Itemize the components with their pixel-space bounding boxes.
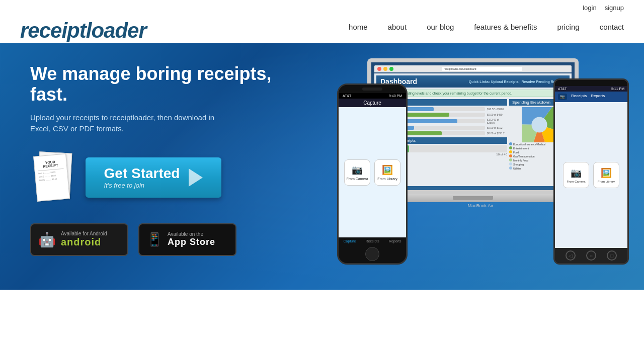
dashboard-quick-links: Quick Links: Upload Receipts | Resolve P…: [469, 80, 566, 83]
app-badges: 🤖 Available for Android android 📱 Availa…: [30, 223, 292, 256]
android-reports-tab[interactable]: Reports: [591, 94, 605, 100]
camera-icon: 📷: [352, 164, 363, 176]
hero-subtext: Upload your receipts to receiptloader, t…: [30, 112, 292, 135]
ios-badge-text: Available on the App Store: [168, 231, 215, 247]
legend-dot-4: [509, 154, 512, 157]
android-status: AT&T 5:11 PM: [555, 86, 627, 92]
hero-section: We manage boring receipts, fast. Upload …: [0, 43, 644, 290]
button-sub-text: It's free to join: [104, 182, 145, 189]
bar-amount-2: $0.00 of $450: [487, 113, 507, 116]
menu-dot-red: [377, 67, 381, 71]
legend-dot-3: [509, 150, 512, 153]
nav-about[interactable]: about: [388, 23, 407, 31]
bar-fill-3: [406, 119, 457, 123]
iphone-nav: Capture Receipts Reports: [339, 237, 406, 245]
bar-track-2: [406, 113, 485, 117]
library-icon: 🖼️: [382, 164, 393, 176]
library-btn-label: From Library: [377, 177, 397, 181]
android-menu-btn[interactable]: □: [607, 250, 617, 261]
menu-dot-green: [389, 67, 393, 71]
ios-big-text: App Store: [168, 237, 215, 247]
iphone-nav-reports[interactable]: Reports: [389, 239, 401, 243]
header: login signup receiptloader home about ou…: [0, 0, 644, 43]
receipt-label: YOURRECEIPT: [37, 159, 63, 168]
iphone-library-btn[interactable]: 🖼️ From Library: [374, 159, 400, 186]
arrow-right-icon: [189, 168, 203, 187]
header-main: receiptloader home about our blog featur…: [20, 14, 624, 43]
iphone-top: [339, 85, 406, 93]
legend-dot-2: [509, 146, 512, 149]
android-small-text: Available for Android: [61, 231, 107, 236]
bar-track-3: [406, 119, 485, 123]
get-started-inner: Get Started It's free to join: [104, 165, 203, 189]
bar-amount-5: $0.00 of $291.2: [487, 132, 507, 135]
android-nav-bar: ◁ ○ □: [555, 248, 627, 263]
iphone-nav-receipts[interactable]: Receipts: [366, 239, 379, 243]
receipt-illustration: * * * * * * * * * * * * * * * YOURRECEIP…: [30, 150, 75, 205]
camera-btn-label: From Camera: [346, 177, 368, 181]
android-header: 📷 Receipts Reports: [555, 92, 627, 102]
android-back-btn[interactable]: ◁: [566, 250, 576, 261]
iphone-carrier: AT&T: [343, 94, 351, 98]
hero-headline: We manage boring receipts, fast.: [30, 63, 292, 105]
legend-dot-1: [509, 142, 512, 145]
bar-amount-1: $10.57 of $200: [487, 108, 507, 111]
legend-dot-6: [509, 162, 512, 165]
button-text-wrap: Get Started It's free to join: [104, 165, 180, 189]
nav-contact[interactable]: contact: [600, 23, 624, 31]
ios-badge[interactable]: 📱 Available on the App Store: [138, 223, 236, 256]
android-big-text: android: [61, 236, 107, 248]
android-badge-text: Available for Android android: [61, 231, 107, 248]
nav-home[interactable]: home: [349, 23, 368, 31]
iphone-home-button[interactable]: [365, 247, 379, 261]
android-camera-icon: 📷: [571, 167, 582, 179]
iphone-capture-header: Capture: [339, 99, 406, 107]
button-main-text: Get Started: [104, 165, 180, 182]
hero-content: We manage boring receipts, fast. Upload …: [30, 63, 292, 256]
android-icon: 🤖: [38, 231, 56, 248]
main-nav: home about our blog features & benefits …: [349, 23, 624, 39]
android-top: [555, 80, 627, 86]
nav-pricing[interactable]: pricing: [557, 23, 579, 31]
dashboard-header: Dashboard Quick Links: Upload Receipts |…: [376, 75, 570, 88]
iphone-nav-capture[interactable]: Capture: [344, 239, 356, 243]
android-home-btn[interactable]: ○: [586, 250, 596, 261]
ios-phone-icon: 📱: [146, 232, 163, 247]
android-badge[interactable]: 🤖 Available for Android android: [30, 223, 128, 256]
android-library-btn[interactable]: 🖼️ From Library: [593, 162, 619, 188]
menu-dot-yellow: [383, 67, 387, 71]
iphone-camera-btn[interactable]: 📷 From Camera: [344, 159, 370, 186]
bar-amount-3: $172.42 of $268.5: [487, 118, 507, 124]
android-camera-btn[interactable]: 📷 From Camera: [563, 162, 589, 188]
svg-point-6: [531, 117, 547, 132]
bar-fill-5: [406, 131, 442, 135]
android-library-label: From Library: [598, 180, 615, 183]
bar-track-1: [406, 107, 485, 111]
laptop-notch: [453, 196, 493, 200]
address-bar: receiptloader.com/dashboard: [442, 67, 522, 71]
signup-link[interactable]: signup: [605, 4, 624, 12]
legend-dot-7: [509, 166, 512, 170]
bar-track-4: [406, 126, 485, 130]
android-camera-label: From Camera: [567, 180, 585, 183]
bar-fill-1: [406, 107, 434, 111]
android-time: 5:11 PM: [611, 87, 624, 91]
login-link[interactable]: login: [583, 4, 596, 12]
android-camera-tab[interactable]: 📷: [558, 94, 567, 100]
android-carrier: AT&T: [558, 87, 567, 91]
bar-track-5: [406, 131, 485, 135]
legend-dot-5: [509, 158, 512, 161]
nav-blog[interactable]: our blog: [427, 23, 454, 31]
iphone-capture-body: 📷 From Camera 🖼️ From Library: [339, 107, 406, 237]
pie-chart: [522, 107, 557, 142]
logo: receiptloader: [20, 19, 146, 43]
iphone-time: 9:40 PM: [389, 94, 402, 98]
android-receipts-tab[interactable]: Receipts: [571, 94, 587, 100]
bar-fill-2: [406, 113, 449, 117]
iphone-mockup: AT&T 9:40 PM Capture 📷 From Camera 🖼️ Fr…: [337, 83, 408, 265]
devices-mockup: receiptloader.com/dashboard Dashboard Qu…: [337, 53, 629, 280]
get-started-button[interactable]: Get Started It's free to join: [86, 157, 221, 198]
nav-features[interactable]: features & benefits: [474, 23, 537, 31]
ios-small-text: Available on the: [168, 231, 215, 237]
iphone-speaker: [362, 88, 382, 91]
